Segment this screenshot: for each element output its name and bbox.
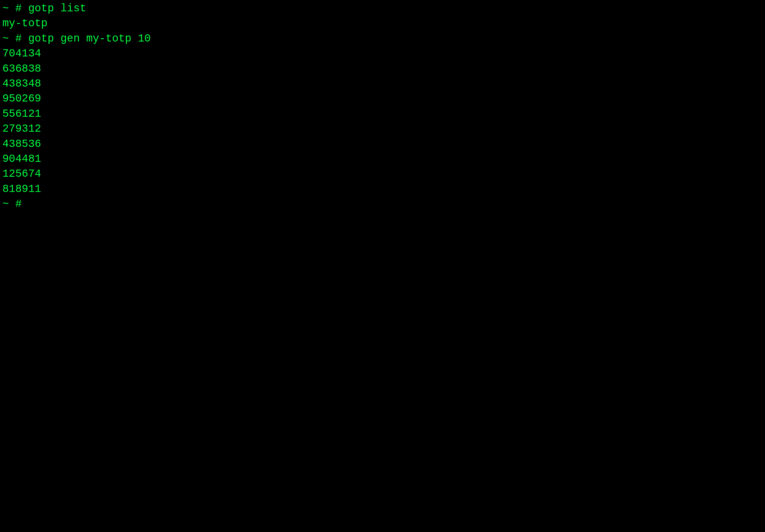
terminal-output-line: my-totp	[2, 16, 763, 31]
terminal-output-line: 279312	[2, 122, 763, 137]
terminal-output-line: 950269	[2, 91, 763, 106]
terminal-output-line: 556121	[2, 107, 763, 122]
terminal-output-line: 704134	[2, 46, 763, 61]
terminal-output-line: 636838	[2, 62, 763, 76]
terminal-output-line: 818911	[2, 182, 763, 197]
terminal-prompt-line: ~ # gotp list	[2, 1, 763, 16]
terminal-window[interactable]: ~ # gotp list my-totp ~ # gotp gen my-to…	[2, 1, 763, 212]
terminal-output-line: 125674	[2, 167, 763, 182]
terminal-output-line: 904481	[2, 152, 763, 167]
terminal-prompt-line: ~ # gotp gen my-totp 10	[2, 31, 763, 46]
terminal-output-line: 438348	[2, 76, 763, 91]
terminal-output-line: 438536	[2, 137, 763, 152]
terminal-prompt-line: ~ #	[2, 197, 763, 212]
